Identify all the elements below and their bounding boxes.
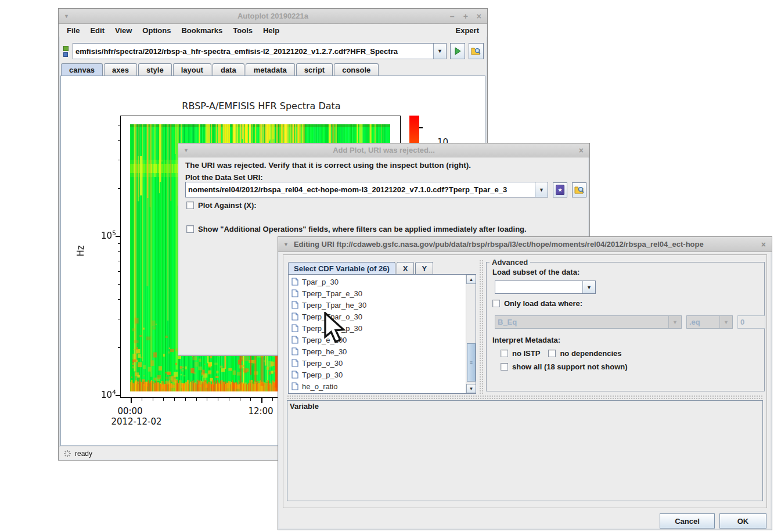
y-axis-tick-label-top: 105 xyxy=(94,229,116,241)
main-tab-bar: canvas axes style layout data metadata s… xyxy=(61,63,380,76)
axis-tick xyxy=(153,398,153,401)
inspect-uri-button[interactable] xyxy=(469,43,484,59)
axis-tick xyxy=(118,251,121,252)
advanced-group-title: Advanced xyxy=(490,258,530,267)
plot-against-label: Plot Against (X): xyxy=(198,201,257,210)
show-all-checkbox[interactable] xyxy=(501,363,508,371)
axis-tick xyxy=(272,398,273,401)
uri-field-label: Plot the Data Set URI: xyxy=(185,173,263,182)
bookmark-button[interactable]: ★ xyxy=(553,182,567,197)
cdf-variable-list: Tpar_p_30Tperp_Tpar_e_30Tperp_Tpar_he_30… xyxy=(289,276,465,392)
list-item[interactable]: Tpar_p_30 xyxy=(289,276,465,287)
list-item[interactable]: Tperp_e_200 xyxy=(289,334,465,346)
document-icon xyxy=(291,289,298,297)
tab-data[interactable]: data xyxy=(213,63,244,76)
folder-magnifier-icon xyxy=(471,46,481,56)
show-operations-checkbox[interactable] xyxy=(186,225,194,233)
maximize-button[interactable]: + xyxy=(463,12,468,21)
horizontal-divider[interactable] xyxy=(287,395,763,399)
menu-tools[interactable]: Tools xyxy=(233,26,253,35)
list-item[interactable]: Tperp_o_30 xyxy=(289,357,465,369)
axis-tick xyxy=(118,261,121,261)
tab-metadata[interactable]: metadata xyxy=(246,63,295,76)
main-titlebar[interactable]: ▼ Autoplot 20190221a – + × xyxy=(59,9,487,24)
list-item[interactable]: Tperp_Tpar_e_30 xyxy=(289,287,465,299)
bookmark-book-icon: ★ xyxy=(556,185,564,195)
no-istp-checkbox[interactable] xyxy=(501,350,508,357)
editing-titlebar[interactable]: ▼ Editing URI ftp://cdaweb.gsfc.nasa.gov… xyxy=(278,237,772,252)
window-menu-icon[interactable]: ▼ xyxy=(283,242,289,247)
x-axis-tick-label-left: 00:00 xyxy=(113,406,147,416)
variable-tab-bar: Select CDF Variable (of 26) X Y xyxy=(288,262,434,274)
interpret-metadata-label: Interpret Metadata: xyxy=(492,336,560,344)
tab-y[interactable]: Y xyxy=(415,262,433,274)
dataset-uri-input[interactable]: noments/rel04/2012/rbspa_rel04_ect-hope-… xyxy=(186,182,535,197)
tab-script[interactable]: script xyxy=(296,63,333,76)
close-button[interactable]: × xyxy=(477,12,481,21)
axis-tick xyxy=(185,398,186,401)
tab-layout[interactable]: layout xyxy=(173,63,211,76)
uri-dropdown-button[interactable]: ▼ xyxy=(433,44,446,59)
close-button[interactable]: × xyxy=(579,146,584,155)
list-item[interactable]: Tperp_p_30 xyxy=(289,369,465,380)
menu-help[interactable]: Help xyxy=(263,26,279,35)
where-param-value[interactable]: B_Eq xyxy=(495,316,668,328)
where-op-value[interactable]: .eq xyxy=(687,316,719,328)
menu-bookmarks[interactable]: Bookmarks xyxy=(181,26,222,35)
no-dependencies-checkbox[interactable] xyxy=(548,350,556,357)
add-plot-titlebar[interactable]: ▼ Add Plot, URI was rejected... × xyxy=(178,143,589,157)
tab-canvas[interactable]: canvas xyxy=(61,63,103,76)
where-value-field[interactable]: 0 xyxy=(737,315,765,329)
list-item[interactable]: Tperp_he_30 xyxy=(289,346,465,357)
splitpane-divider[interactable] xyxy=(479,260,484,394)
where-param-dropdown-button[interactable]: ▼ xyxy=(668,316,681,328)
variable-description-panel: Variable xyxy=(287,400,763,501)
close-button[interactable]: × xyxy=(761,240,766,249)
show-all-label: show all (18 support not shown) xyxy=(512,362,628,371)
axis-tick xyxy=(118,347,121,348)
tab-select-cdf-variable[interactable]: Select CDF Variable (of 26) xyxy=(288,262,395,274)
plot-against-checkbox[interactable] xyxy=(186,202,194,209)
only-load-checkbox[interactable] xyxy=(492,300,500,307)
subset-dropdown-button[interactable]: ▼ xyxy=(582,281,595,293)
axis-tick xyxy=(163,398,164,401)
tab-axes[interactable]: axes xyxy=(104,63,137,76)
scrollbar-thumb[interactable]: ≡ xyxy=(467,343,476,382)
menu-view[interactable]: View xyxy=(115,26,132,35)
axis-tick xyxy=(118,299,121,300)
menu-options[interactable]: Options xyxy=(142,26,171,35)
go-button[interactable] xyxy=(450,43,465,59)
list-item[interactable]: Tperp_Tpar_p_30 xyxy=(289,322,465,334)
document-icon xyxy=(291,324,298,332)
uri-dropdown-button[interactable]: ▼ xyxy=(535,182,548,197)
minimize-button[interactable]: – xyxy=(450,12,455,21)
no-istp-label: no ISTP xyxy=(512,349,540,358)
menu-edit[interactable]: Edit xyxy=(90,26,105,35)
inspect-button[interactable] xyxy=(572,182,586,197)
where-op-dropdown-button[interactable]: ▼ xyxy=(719,316,732,328)
axis-tick xyxy=(250,398,251,401)
tab-style[interactable]: style xyxy=(138,63,172,76)
axis-tick xyxy=(196,398,197,401)
mouse-cursor xyxy=(321,312,348,344)
only-load-label: Only load data where: xyxy=(504,299,582,308)
editing-content-panel: Select CDF Variable (of 26) X Y Tpar_p_3… xyxy=(283,254,767,508)
tab-x[interactable]: X xyxy=(397,262,415,274)
cancel-button[interactable]: Cancel xyxy=(660,513,715,529)
ok-button[interactable]: OK xyxy=(719,513,766,529)
list-item[interactable]: Tperp_Tpar_he_30 xyxy=(289,299,465,311)
scroll-down-icon[interactable]: ▼ xyxy=(466,384,476,393)
datasource-indicator-icon xyxy=(62,46,69,57)
subset-combo: ▼ xyxy=(495,281,596,294)
subset-combo-value[interactable] xyxy=(495,281,582,293)
expert-label[interactable]: Expert xyxy=(456,26,479,35)
list-item[interactable]: Tperp_Tpar_o_30 xyxy=(289,311,465,322)
menu-file[interactable]: File xyxy=(67,26,80,35)
main-uri-input[interactable]: emfisis/hfr/spectra/2012/rbsp-a_hfr-spec… xyxy=(73,44,433,59)
axis-tick xyxy=(118,284,121,285)
tab-console[interactable]: console xyxy=(334,63,379,76)
list-scrollbar[interactable]: ▲ ≡ ▼ xyxy=(466,275,476,393)
axis-tick xyxy=(174,398,175,401)
scroll-up-icon[interactable]: ▲ xyxy=(466,275,476,284)
list-item[interactable]: he_o_ratio xyxy=(289,380,465,392)
